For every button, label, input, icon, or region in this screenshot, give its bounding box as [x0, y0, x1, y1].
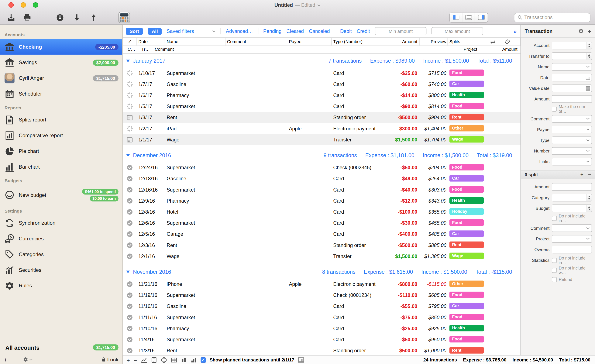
remove-account-button[interactable]: − [13, 357, 17, 363]
project-field[interactable] [552, 235, 592, 243]
sidebar-item-pie-chart[interactable]: Pie chart [0, 143, 122, 159]
transaction-row[interactable]: 1/3/17RentStanding order-$500.00$904.00R… [123, 112, 520, 123]
move-up-button[interactable] [87, 12, 100, 23]
add-split-button[interactable]: + [580, 172, 584, 177]
remove-split-button[interactable]: − [588, 172, 591, 177]
header-check[interactable]: ✓ [123, 38, 137, 46]
show-planned-checkbox[interactable] [200, 357, 206, 363]
category-tag[interactable]: Food [449, 103, 484, 109]
links-field[interactable] [552, 158, 592, 165]
header-splits[interactable]: Splits [448, 38, 486, 46]
transaction-row[interactable]: 1/10/17SupermarketCard-$25.00$715.00Food [123, 68, 520, 79]
name-field[interactable] [552, 63, 592, 71]
lock-button[interactable]: Lock [101, 357, 119, 362]
disclosure-triangle-icon[interactable] [126, 270, 130, 273]
filter-canceled[interactable]: Canceled [309, 28, 330, 34]
all-accounts-row[interactable]: All accounts $1,715.00 [0, 340, 122, 355]
header-amount2[interactable]: Amount [502, 47, 517, 52]
transaction-row[interactable]: 1/6/17PharmacyCard-$14.00$800.00Health [123, 90, 520, 101]
category-tag[interactable]: Wage [449, 136, 484, 143]
sidebar-item-splits-report[interactable]: Splits report [0, 112, 122, 128]
transaction-row[interactable]: 11/21/16iPhoneAppleElectronic payment-$8… [123, 279, 520, 290]
sidebar-item-currencies[interactable]: Currencies [0, 231, 122, 247]
header-tr[interactable]: Tr… [142, 47, 150, 52]
account-field[interactable] [552, 42, 592, 49]
checkbox[interactable] [552, 106, 557, 111]
category-tag[interactable]: Food [449, 291, 484, 298]
checkbox[interactable] [552, 216, 557, 221]
transaction-row[interactable]: 11/19/16SupermarketCheck (0001234)-$110.… [123, 290, 520, 301]
header-c[interactable]: C… [128, 47, 135, 52]
sidebar-item-checking[interactable]: Checking-$285.00 [0, 39, 122, 55]
more-filters-button[interactable]: » [514, 28, 517, 34]
inspector-gear-button[interactable] [578, 28, 584, 34]
month-group-header-november-2016[interactable]: November 20168 transactionsExpense : $1,… [123, 265, 520, 279]
category-tag[interactable]: Food [449, 314, 484, 320]
sidebar-item-comparative-report[interactable]: Comparative report [0, 128, 122, 143]
transaction-row[interactable]: 1/5/17SupermarketCard-$90.00$814.00Food [123, 101, 520, 112]
disclosure-triangle-icon[interactable] [126, 59, 130, 62]
web-icon[interactable] [161, 357, 167, 363]
filter-all-button[interactable]: All [148, 28, 162, 34]
transaction-row[interactable]: 1/1/17WageTransfer$1,500.00$1,704.00Wage [123, 134, 520, 145]
min-amount-input[interactable]: Min amount [375, 27, 426, 35]
sidebar-item-synchronization[interactable]: Synchronization [0, 215, 122, 231]
header-amount[interactable]: Amount [382, 38, 420, 46]
category-tag[interactable]: Holiday [449, 208, 484, 215]
sidebar-item-new-budget[interactable]: New budget$461.00 to spend$0.00 to earn [0, 185, 122, 205]
category-tag[interactable]: Other [449, 280, 484, 287]
transaction-row[interactable]: 11/11/16SupermarketCard-$75.00$850.00Foo… [123, 312, 520, 323]
category-tag[interactable]: Other [449, 125, 484, 131]
comment-field[interactable] [552, 115, 592, 123]
sidebar-item-savings[interactable]: Savings$2,000.00 [0, 55, 122, 70]
transaction-row[interactable]: 12/9/16PharmacyCard-$12.00$343.00Health [123, 195, 520, 207]
titlebar[interactable]: Untitled — Edited [0, 0, 595, 10]
header-type[interactable]: Type (Number) [332, 38, 382, 46]
comment-field[interactable] [552, 224, 592, 232]
sidebar-item-categories[interactable]: Categories [0, 247, 122, 262]
toggle-inspector-button[interactable] [475, 13, 488, 22]
filter-debit[interactable]: Debit [340, 28, 352, 34]
category-tag[interactable]: Rent [449, 347, 484, 353]
category-field[interactable] [552, 194, 592, 201]
transaction-row[interactable]: 11/10/16PharmacyCard-$25.00$925.00Health [123, 323, 520, 334]
stepper-control[interactable] [587, 53, 591, 59]
stepper-control[interactable] [587, 42, 591, 49]
add-account-button[interactable]: + [4, 357, 7, 363]
category-tag[interactable]: Rent [449, 241, 484, 248]
header-comment[interactable]: Comment [226, 38, 288, 46]
transaction-row[interactable]: 12/3/16RentStanding order-$500.00$885.00… [123, 240, 520, 250]
calendar-table-icon[interactable] [298, 357, 304, 363]
saved-filters-dropdown[interactable]: Saved filters [167, 28, 216, 34]
month-group-header-january-2017[interactable]: January 20177 transactionsExpense : $989… [123, 54, 520, 68]
header-name[interactable]: Name [165, 38, 225, 46]
category-tag[interactable]: Food [449, 336, 484, 342]
header-date[interactable]: Date [137, 38, 165, 46]
category-tag[interactable]: Food [449, 70, 484, 76]
category-tag[interactable]: Food [449, 164, 484, 170]
sort-button[interactable]: Sort [126, 28, 143, 34]
transaction-row[interactable]: 12/8/16HotelCard-$100.00$355.00Holiday [123, 207, 520, 217]
transaction-row[interactable]: 12/5/16GarageCard-$400.00$485.00Car [123, 228, 520, 240]
month-group-header-december-2016[interactable]: December 20169 transactionsExpense : $1,… [123, 148, 520, 162]
transaction-row[interactable]: 11/3/16RentStanding order-$500.00$1,000.… [123, 345, 520, 356]
category-tag[interactable]: Wage [449, 252, 484, 259]
category-tag[interactable]: Food [449, 186, 484, 193]
transaction-row[interactable]: 11/16/16GasolineCard-$55.00$795.00Car [123, 301, 520, 312]
header-comment2[interactable]: Comment [155, 47, 174, 52]
category-tag[interactable]: Rent [449, 114, 484, 120]
transaction-row[interactable]: 12/1/16WageTransfer$1,500.00$1,385.00Wag… [123, 251, 520, 262]
budget-field[interactable] [552, 205, 592, 212]
category-tag[interactable]: Health [449, 325, 484, 331]
transaction-row[interactable]: 1/2/17iPadAppleElectronic payment-$300.0… [123, 123, 520, 134]
title-menu-chevron-icon[interactable] [317, 4, 321, 7]
amount-field[interactable] [552, 183, 592, 191]
add-transaction-button[interactable]: + [127, 357, 130, 363]
category-tag[interactable]: Car [449, 230, 484, 237]
max-amount-input[interactable]: Max amount [432, 27, 483, 35]
transaction-row[interactable]: 11/4/16SupermarketCard-$50.00$950.00Food [123, 334, 520, 345]
category-tag[interactable]: Health [449, 197, 484, 204]
export-button[interactable] [5, 12, 18, 23]
value-date-field[interactable] [552, 85, 592, 92]
stepper-control[interactable] [587, 205, 591, 212]
